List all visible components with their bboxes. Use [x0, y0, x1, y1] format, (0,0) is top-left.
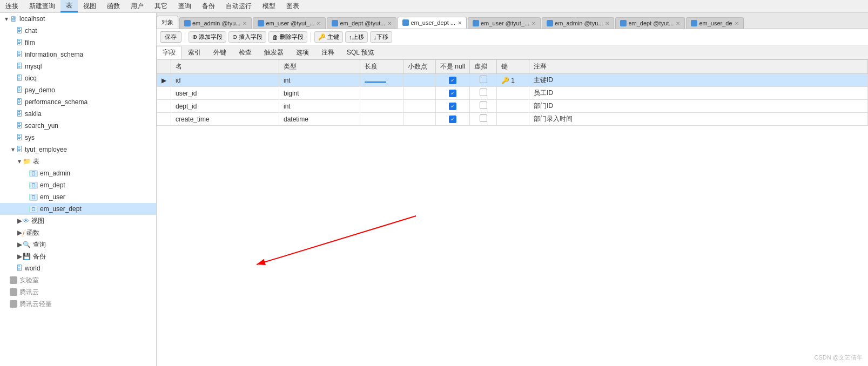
special-icon — [10, 300, 17, 308]
tab-close-icon[interactable]: ✕ — [531, 21, 536, 26]
checked-checkbox[interactable]: ✓ — [449, 103, 456, 110]
tab-7[interactable]: em_user_de ✕ — [686, 17, 743, 29]
menu-item-0[interactable]: 连接 — [0, 1, 24, 12]
menu-item-11[interactable]: 图表 — [281, 1, 305, 12]
sidebar-item-information_schema[interactable]: 🗄 information_schema — [0, 49, 156, 60]
field-virtual[interactable] — [470, 87, 497, 100]
sidebar-item-em_dept[interactable]: 🗒 em_dept — [0, 179, 156, 191]
checked-checkbox[interactable]: ✓ — [449, 77, 456, 84]
tab-close-icon[interactable]: ✕ — [605, 21, 609, 26]
menu-item-7[interactable]: 查询 — [173, 1, 197, 12]
sidebar-item-mysql[interactable]: 🗄 mysql — [0, 60, 156, 72]
field-not-null[interactable]: ✓ — [436, 87, 470, 100]
save-button[interactable]: 保存 — [160, 31, 181, 43]
sidebar-item-tyut_employee[interactable]: ▾ 🗄 tyut_employee — [0, 144, 156, 155]
field-length[interactable] — [360, 100, 403, 113]
sidebar-item-performance_schema[interactable]: 🗄 performance_schema — [0, 96, 156, 108]
table-row[interactable]: create_timedatetime✓部门录入时间 — [157, 113, 868, 126]
tab-close-icon[interactable]: ✕ — [317, 21, 321, 26]
sidebar-item-pay_demo[interactable]: 🗄 pay_demo — [0, 84, 156, 96]
field-not-null[interactable]: ✓ — [436, 113, 470, 126]
sidebar-item-oicq[interactable]: 🗄 oicq — [0, 72, 156, 84]
table-row[interactable]: user_idbigint✓员工ID — [157, 87, 868, 100]
sidebar-item-world[interactable]: 🗄 world — [0, 262, 156, 274]
field-virtual[interactable] — [470, 113, 497, 126]
sidebar-item-查询[interactable]: ▶ 🔍 查询 — [0, 239, 156, 250]
column-header-1: 类型 — [279, 60, 360, 74]
sub-tab-6[interactable]: 注释 — [315, 46, 340, 59]
tab-close-icon[interactable]: ✕ — [243, 21, 247, 26]
tab-6[interactable]: em_dept @tyut... ✕ — [615, 17, 685, 29]
menu-item-10[interactable]: 模型 — [257, 1, 281, 12]
menu-item-5[interactable]: 用户 — [125, 1, 149, 12]
menu-item-8[interactable]: 备份 — [197, 1, 220, 12]
special-item-0[interactable]: 实验室 — [0, 274, 156, 286]
tab-close-icon[interactable]: ✕ — [387, 21, 392, 26]
primary-key-button[interactable]: 🔑 主键 — [314, 31, 343, 43]
sub-tab-4[interactable]: 触发器 — [258, 46, 290, 59]
tab-4[interactable]: em_user @tyut_... ✕ — [468, 17, 541, 29]
table-row[interactable]: ▶idint✓🔑 1主键ID — [157, 74, 868, 87]
tab-5[interactable]: em_admin @tyu... ✕ — [542, 17, 614, 29]
unchecked-checkbox[interactable] — [480, 76, 487, 83]
tab-1[interactable]: em_user @tyut_... ✕ — [253, 17, 326, 29]
sidebar-item-em_user_dept[interactable]: 🗒 em_user_dept — [0, 203, 156, 215]
sidebar-item-sys[interactable]: 🗄 sys — [0, 132, 156, 144]
menu-item-2[interactable]: 表 — [60, 0, 78, 12]
insert-field-button[interactable]: ⊙ 插入字段 — [228, 31, 266, 43]
field-virtual[interactable] — [470, 100, 497, 113]
sidebar-item-函数[interactable]: ▶ 𝑓 函数 — [0, 227, 156, 239]
toolbar-sep-2 — [311, 32, 311, 42]
field-length[interactable] — [360, 113, 403, 126]
menu-item-1[interactable]: 新建查询 — [24, 1, 60, 12]
special-item-1[interactable]: 腾讯云 — [0, 286, 156, 298]
sidebar-item-视图[interactable]: ▶ 👁 视图 — [0, 215, 156, 227]
tab-db-icon — [691, 20, 697, 26]
tab-object[interactable]: 对象 — [157, 16, 178, 29]
sub-tab-5[interactable]: 选项 — [290, 46, 315, 59]
expand-icon — [10, 86, 16, 94]
sub-tab-7[interactable]: SQL 预览 — [341, 46, 380, 59]
sidebar-item-film[interactable]: 🗄 film — [0, 37, 156, 49]
move-up-button[interactable]: ↑ 上移 — [345, 31, 368, 43]
menu-item-9[interactable]: 自动运行 — [220, 1, 257, 12]
unchecked-checkbox[interactable] — [480, 89, 487, 96]
delete-field-button[interactable]: 🗑 删除字段 — [268, 31, 307, 43]
menu-item-3[interactable]: 视图 — [78, 1, 102, 12]
sidebar-item-em_user[interactable]: 🗒 em_user — [0, 191, 156, 203]
sidebar-item-表[interactable]: ▾ 📁 表 — [0, 155, 156, 167]
special-item-2[interactable]: 腾讯云轻量 — [0, 298, 156, 310]
menu-item-6[interactable]: 其它 — [149, 1, 173, 12]
table-row[interactable]: dept_idint✓部门ID — [157, 100, 868, 113]
checked-checkbox[interactable]: ✓ — [449, 90, 456, 97]
sidebar-item-chat[interactable]: 🗄 chat — [0, 25, 156, 37]
sidebar-item-备份[interactable]: ▶ 💾 备份 — [0, 250, 156, 262]
sidebar-item-search_yun[interactable]: 🗄 search_yun — [0, 120, 156, 132]
tab-0[interactable]: em_admin @tyu... ✕ — [179, 17, 252, 29]
menu-item-4[interactable]: 函数 — [102, 1, 125, 12]
sub-tab-2[interactable]: 外键 — [207, 46, 232, 59]
tab-2[interactable]: em_dept @tyut... ✕ — [327, 17, 396, 29]
sub-tab-3[interactable]: 检查 — [233, 46, 258, 59]
backup-icon: 💾 — [23, 253, 31, 260]
unchecked-checkbox[interactable] — [480, 114, 487, 122]
tab-close-icon[interactable]: ✕ — [676, 21, 680, 26]
watermark: CSDN @文艺倩年 — [815, 354, 863, 362]
tab-close-icon[interactable]: ✕ — [457, 20, 462, 26]
unchecked-checkbox[interactable] — [480, 101, 487, 109]
add-field-button[interactable]: ⊕ 添加字段 — [189, 31, 226, 43]
field-not-null[interactable]: ✓ — [436, 74, 470, 87]
sub-tab-1[interactable]: 索引 — [182, 46, 207, 59]
move-down-button[interactable]: ↓ 下移 — [370, 31, 393, 43]
checked-checkbox[interactable]: ✓ — [449, 116, 456, 123]
sub-tab-0[interactable]: 字段 — [157, 46, 181, 59]
sidebar-item-sakila[interactable]: 🗄 sakila — [0, 108, 156, 120]
tab-3[interactable]: em_user_dept ... ✕ — [398, 17, 467, 29]
field-not-null[interactable]: ✓ — [436, 100, 470, 113]
sidebar-item-em_admin[interactable]: 🗒 em_admin — [0, 167, 156, 179]
field-length[interactable] — [360, 74, 403, 87]
tab-close-icon[interactable]: ✕ — [735, 21, 739, 26]
server-item[interactable]: ▾ 🖥 localhsot — [0, 13, 156, 25]
field-virtual[interactable] — [470, 74, 497, 87]
field-length[interactable] — [360, 87, 403, 100]
